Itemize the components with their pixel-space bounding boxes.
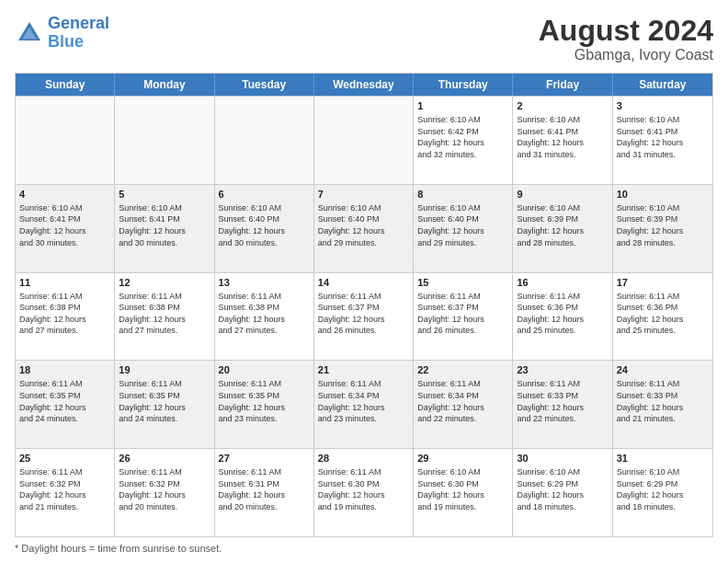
logo-text: General Blue <box>48 15 109 52</box>
day-number: 10 <box>617 188 709 201</box>
day-number: 13 <box>219 276 310 290</box>
cell-details: Sunrise: 6:11 AM Sunset: 6:33 PM Dayligh… <box>517 378 608 424</box>
logo-icon <box>15 18 44 48</box>
cell-details: Sunrise: 6:11 AM Sunset: 6:38 PM Dayligh… <box>119 291 210 337</box>
day-number: 28 <box>318 452 409 465</box>
cell-details: Sunrise: 6:10 AM Sunset: 6:42 PM Dayligh… <box>417 114 508 160</box>
day-number: 1 <box>417 99 508 113</box>
day-number: 22 <box>417 363 508 377</box>
cell-details: Sunrise: 6:11 AM Sunset: 6:34 PM Dayligh… <box>417 378 508 424</box>
day-number: 24 <box>617 363 709 377</box>
day-number: 6 <box>219 188 310 201</box>
cell-details: Sunrise: 6:11 AM Sunset: 6:38 PM Dayligh… <box>19 291 110 337</box>
title-block: August 2024 Gbamga, Ivory Coast <box>539 15 713 63</box>
cell-details: Sunrise: 6:11 AM Sunset: 6:34 PM Dayligh… <box>318 378 409 424</box>
month-title: August 2024 <box>539 15 713 47</box>
day-number: 2 <box>517 99 608 113</box>
cal-header-cell-friday: Friday <box>513 74 612 96</box>
cell-details: Sunrise: 6:11 AM Sunset: 6:36 PM Dayligh… <box>517 291 608 337</box>
cell-details: Sunrise: 6:10 AM Sunset: 6:41 PM Dayligh… <box>617 114 709 160</box>
calendar: SundayMondayTuesdayWednesdayThursdayFrid… <box>15 73 713 537</box>
cell-details: Sunrise: 6:10 AM Sunset: 6:39 PM Dayligh… <box>617 202 709 248</box>
day-number: 18 <box>19 363 110 377</box>
cell-details: Sunrise: 6:10 AM Sunset: 6:41 PM Dayligh… <box>19 202 110 248</box>
day-number: 25 <box>19 452 110 465</box>
cal-cell-5: 5Sunrise: 6:10 AM Sunset: 6:41 PM Daylig… <box>115 185 214 272</box>
cell-details: Sunrise: 6:10 AM Sunset: 6:29 PM Dayligh… <box>517 466 608 512</box>
day-number: 8 <box>417 188 508 201</box>
cell-details: Sunrise: 6:11 AM Sunset: 6:30 PM Dayligh… <box>318 466 409 512</box>
calendar-body: 1Sunrise: 6:10 AM Sunset: 6:42 PM Daylig… <box>16 96 712 536</box>
cal-row-1: 1Sunrise: 6:10 AM Sunset: 6:42 PM Daylig… <box>16 96 712 184</box>
cell-details: Sunrise: 6:10 AM Sunset: 6:30 PM Dayligh… <box>417 466 508 512</box>
day-number: 26 <box>119 452 210 465</box>
day-number: 15 <box>417 276 508 290</box>
cal-cell-12: 12Sunrise: 6:11 AM Sunset: 6:38 PM Dayli… <box>115 273 214 361</box>
cal-cell-14: 14Sunrise: 6:11 AM Sunset: 6:37 PM Dayli… <box>314 273 414 361</box>
header: General Blue August 2024 Gbamga, Ivory C… <box>15 15 713 63</box>
cal-cell-28: 28Sunrise: 6:11 AM Sunset: 6:30 PM Dayli… <box>314 449 414 536</box>
cal-cell-30: 30Sunrise: 6:10 AM Sunset: 6:29 PM Dayli… <box>513 449 612 536</box>
cal-cell-22: 22Sunrise: 6:11 AM Sunset: 6:34 PM Dayli… <box>414 361 513 448</box>
cell-details: Sunrise: 6:10 AM Sunset: 6:39 PM Dayligh… <box>517 202 608 248</box>
cal-cell-16: 16Sunrise: 6:11 AM Sunset: 6:36 PM Dayli… <box>513 273 612 361</box>
cal-header-cell-thursday: Thursday <box>414 74 513 96</box>
cal-cell-20: 20Sunrise: 6:11 AM Sunset: 6:35 PM Dayli… <box>215 361 314 448</box>
cell-details: Sunrise: 6:10 AM Sunset: 6:41 PM Dayligh… <box>517 114 608 160</box>
cal-header-cell-saturday: Saturday <box>613 74 712 96</box>
cal-cell-empty-3 <box>314 97 414 184</box>
logo: General Blue <box>15 15 109 52</box>
calendar-header: SundayMondayTuesdayWednesdayThursdayFrid… <box>16 74 712 96</box>
cal-row-2: 4Sunrise: 6:10 AM Sunset: 6:41 PM Daylig… <box>16 184 712 272</box>
cell-details: Sunrise: 6:11 AM Sunset: 6:31 PM Dayligh… <box>219 466 310 512</box>
cal-cell-15: 15Sunrise: 6:11 AM Sunset: 6:37 PM Dayli… <box>414 273 513 361</box>
cal-cell-2: 2Sunrise: 6:10 AM Sunset: 6:41 PM Daylig… <box>513 97 612 184</box>
cal-cell-13: 13Sunrise: 6:11 AM Sunset: 6:38 PM Dayli… <box>215 273 314 361</box>
cal-cell-empty-1 <box>115 97 214 184</box>
day-number: 11 <box>19 276 110 290</box>
day-number: 12 <box>119 276 210 290</box>
cal-header-cell-wednesday: Wednesday <box>314 74 414 96</box>
day-number: 19 <box>119 363 210 377</box>
cal-cell-empty-2 <box>215 97 314 184</box>
cell-details: Sunrise: 6:11 AM Sunset: 6:33 PM Dayligh… <box>617 378 709 424</box>
cal-cell-3: 3Sunrise: 6:10 AM Sunset: 6:41 PM Daylig… <box>613 97 712 184</box>
day-number: 14 <box>318 276 409 290</box>
day-number: 27 <box>219 452 310 465</box>
day-number: 31 <box>617 452 709 465</box>
cell-details: Sunrise: 6:10 AM Sunset: 6:41 PM Dayligh… <box>119 202 210 248</box>
cal-cell-17: 17Sunrise: 6:11 AM Sunset: 6:36 PM Dayli… <box>613 273 712 361</box>
cell-details: Sunrise: 6:11 AM Sunset: 6:35 PM Dayligh… <box>19 378 110 424</box>
footer-note: * Daylight hours = time from sunrise to … <box>15 543 713 554</box>
day-number: 29 <box>417 452 508 465</box>
cell-details: Sunrise: 6:10 AM Sunset: 6:40 PM Dayligh… <box>219 202 310 248</box>
day-number: 21 <box>318 363 409 377</box>
cal-cell-8: 8Sunrise: 6:10 AM Sunset: 6:40 PM Daylig… <box>414 185 513 272</box>
cell-details: Sunrise: 6:10 AM Sunset: 6:40 PM Dayligh… <box>417 202 508 248</box>
day-number: 5 <box>119 188 210 201</box>
cal-cell-24: 24Sunrise: 6:11 AM Sunset: 6:33 PM Dayli… <box>613 361 712 448</box>
cal-header-cell-tuesday: Tuesday <box>215 74 314 96</box>
day-number: 7 <box>318 188 409 201</box>
day-number: 3 <box>617 99 709 113</box>
cal-cell-11: 11Sunrise: 6:11 AM Sunset: 6:38 PM Dayli… <box>16 273 115 361</box>
cell-details: Sunrise: 6:11 AM Sunset: 6:36 PM Dayligh… <box>617 291 709 337</box>
cell-details: Sunrise: 6:11 AM Sunset: 6:35 PM Dayligh… <box>119 378 210 424</box>
cal-cell-empty-0 <box>16 97 115 184</box>
cell-details: Sunrise: 6:11 AM Sunset: 6:37 PM Dayligh… <box>318 291 409 337</box>
cal-cell-4: 4Sunrise: 6:10 AM Sunset: 6:41 PM Daylig… <box>16 185 115 272</box>
cell-details: Sunrise: 6:11 AM Sunset: 6:38 PM Dayligh… <box>219 291 310 337</box>
cell-details: Sunrise: 6:11 AM Sunset: 6:37 PM Dayligh… <box>417 291 508 337</box>
cal-cell-7: 7Sunrise: 6:10 AM Sunset: 6:40 PM Daylig… <box>314 185 414 272</box>
cal-cell-21: 21Sunrise: 6:11 AM Sunset: 6:34 PM Dayli… <box>314 361 414 448</box>
cell-details: Sunrise: 6:11 AM Sunset: 6:35 PM Dayligh… <box>219 378 310 424</box>
cal-cell-1: 1Sunrise: 6:10 AM Sunset: 6:42 PM Daylig… <box>414 97 513 184</box>
day-number: 23 <box>517 363 608 377</box>
cal-cell-18: 18Sunrise: 6:11 AM Sunset: 6:35 PM Dayli… <box>16 361 115 448</box>
cell-details: Sunrise: 6:10 AM Sunset: 6:29 PM Dayligh… <box>617 466 709 512</box>
cell-details: Sunrise: 6:11 AM Sunset: 6:32 PM Dayligh… <box>19 466 110 512</box>
day-number: 16 <box>517 276 608 290</box>
cal-row-3: 11Sunrise: 6:11 AM Sunset: 6:38 PM Dayli… <box>16 272 712 361</box>
cal-cell-29: 29Sunrise: 6:10 AM Sunset: 6:30 PM Dayli… <box>414 449 513 536</box>
day-number: 20 <box>219 363 310 377</box>
